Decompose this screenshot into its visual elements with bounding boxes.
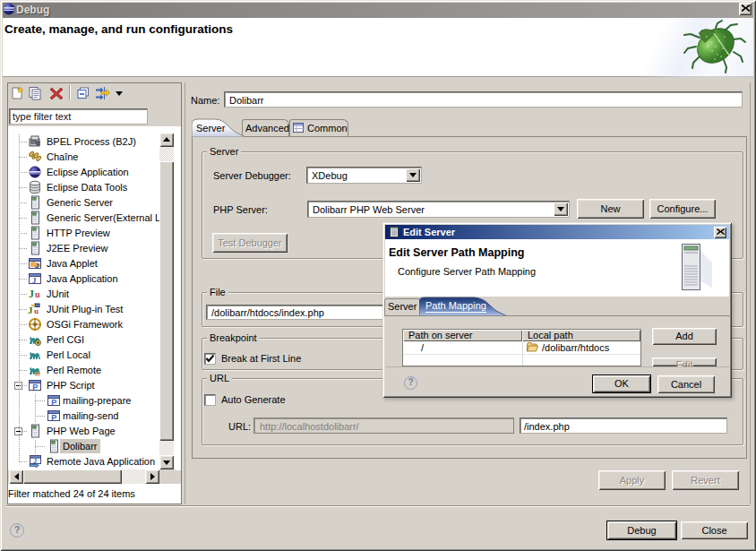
svg-text:J: J — [29, 288, 34, 300]
svg-text:J: J — [35, 262, 39, 270]
svg-text:J: J — [33, 458, 37, 464]
svg-text:R: R — [35, 371, 39, 377]
svg-text:J: J — [32, 276, 37, 285]
svg-text:P: P — [32, 383, 38, 392]
svg-text:u: u — [35, 289, 40, 299]
svg-text:P: P — [51, 398, 56, 407]
svg-text:u: u — [34, 306, 39, 315]
svg-text:P: P — [51, 413, 56, 422]
